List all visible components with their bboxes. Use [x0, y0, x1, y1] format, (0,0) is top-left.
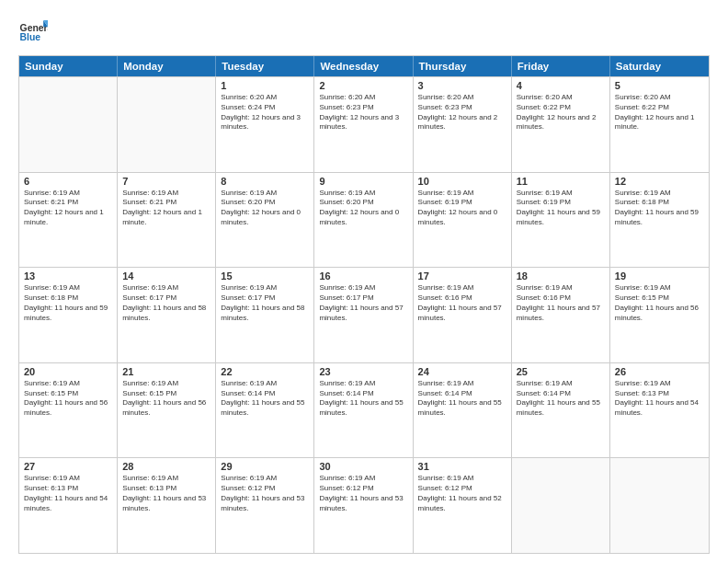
- day-cell-6: 6Sunrise: 6:19 AMSunset: 6:21 PMDaylight…: [19, 173, 118, 268]
- calendar-week-3: 13Sunrise: 6:19 AMSunset: 6:18 PMDayligh…: [19, 267, 709, 362]
- page-header: General Blue: [18, 17, 710, 46]
- cell-info: Sunrise: 6:19 AMSunset: 6:16 PMDaylight:…: [418, 283, 506, 323]
- day-number: 2: [319, 80, 407, 91]
- day-cell-27: 27Sunrise: 6:19 AMSunset: 6:13 PMDayligh…: [19, 458, 118, 553]
- header-day-friday: Friday: [512, 56, 610, 76]
- day-cell-16: 16Sunrise: 6:19 AMSunset: 6:17 PMDayligh…: [314, 268, 413, 362]
- cell-info: Sunrise: 6:19 AMSunset: 6:20 PMDaylight:…: [319, 189, 407, 228]
- day-number: 7: [122, 176, 210, 187]
- day-cell-17: 17Sunrise: 6:19 AMSunset: 6:16 PMDayligh…: [414, 268, 512, 362]
- header-day-saturday: Saturday: [610, 56, 709, 76]
- day-number: 17: [418, 270, 506, 282]
- day-cell-26: 26Sunrise: 6:19 AMSunset: 6:13 PMDayligh…: [610, 363, 709, 458]
- day-number: 25: [517, 366, 605, 377]
- cell-info: Sunrise: 6:19 AMSunset: 6:17 PMDaylight:…: [221, 283, 309, 323]
- cell-info: Sunrise: 6:19 AMSunset: 6:14 PMDaylight:…: [517, 379, 605, 419]
- day-cell-11: 11Sunrise: 6:19 AMSunset: 6:19 PMDayligh…: [512, 173, 610, 268]
- day-cell-12: 12Sunrise: 6:19 AMSunset: 6:18 PMDayligh…: [610, 173, 709, 268]
- day-cell-7: 7Sunrise: 6:19 AMSunset: 6:21 PMDaylight…: [118, 173, 216, 268]
- cell-info: Sunrise: 6:19 AMSunset: 6:13 PMDaylight:…: [122, 474, 210, 513]
- cell-info: Sunrise: 6:19 AMSunset: 6:17 PMDaylight:…: [122, 283, 210, 323]
- empty-cell: [610, 458, 709, 553]
- cell-info: Sunrise: 6:19 AMSunset: 6:12 PMDaylight:…: [319, 474, 407, 513]
- cell-info: Sunrise: 6:19 AMSunset: 6:20 PMDaylight:…: [221, 189, 309, 228]
- svg-text:Blue: Blue: [20, 32, 41, 42]
- day-cell-9: 9Sunrise: 6:19 AMSunset: 6:20 PMDaylight…: [314, 173, 413, 268]
- cell-info: Sunrise: 6:19 AMSunset: 6:15 PMDaylight:…: [615, 283, 704, 323]
- cell-info: Sunrise: 6:19 AMSunset: 6:14 PMDaylight:…: [221, 379, 309, 419]
- day-number: 1: [221, 80, 309, 91]
- day-number: 4: [517, 80, 605, 91]
- day-cell-14: 14Sunrise: 6:19 AMSunset: 6:17 PMDayligh…: [118, 268, 216, 362]
- day-cell-29: 29Sunrise: 6:19 AMSunset: 6:12 PMDayligh…: [216, 458, 314, 553]
- day-cell-22: 22Sunrise: 6:19 AMSunset: 6:14 PMDayligh…: [216, 363, 314, 458]
- day-number: 31: [418, 461, 506, 472]
- day-number: 22: [221, 366, 309, 377]
- day-number: 18: [517, 270, 605, 282]
- cell-info: Sunrise: 6:19 AMSunset: 6:16 PMDaylight:…: [517, 283, 605, 323]
- header-day-wednesday: Wednesday: [314, 56, 413, 76]
- day-cell-8: 8Sunrise: 6:19 AMSunset: 6:20 PMDaylight…: [216, 173, 314, 268]
- calendar: SundayMondayTuesdayWednesdayThursdayFrid…: [18, 55, 710, 554]
- day-cell-5: 5Sunrise: 6:20 AMSunset: 6:22 PMDaylight…: [610, 77, 709, 172]
- cell-info: Sunrise: 6:19 AMSunset: 6:19 PMDaylight:…: [517, 189, 605, 228]
- day-number: 30: [319, 461, 407, 472]
- cell-info: Sunrise: 6:19 AMSunset: 6:18 PMDaylight:…: [615, 189, 704, 228]
- day-cell-1: 1Sunrise: 6:20 AMSunset: 6:24 PMDaylight…: [216, 77, 314, 172]
- day-number: 5: [615, 80, 704, 91]
- day-cell-21: 21Sunrise: 6:19 AMSunset: 6:15 PMDayligh…: [118, 363, 216, 458]
- day-number: 11: [517, 176, 605, 187]
- day-number: 12: [615, 176, 704, 187]
- cell-info: Sunrise: 6:19 AMSunset: 6:18 PMDaylight:…: [24, 283, 112, 323]
- day-number: 15: [221, 270, 309, 282]
- logo-icon: General Blue: [18, 17, 48, 46]
- day-number: 26: [615, 366, 704, 377]
- empty-cell: [19, 77, 118, 172]
- header-day-monday: Monday: [118, 56, 216, 76]
- day-cell-31: 31Sunrise: 6:19 AMSunset: 6:12 PMDayligh…: [414, 458, 512, 553]
- day-cell-23: 23Sunrise: 6:19 AMSunset: 6:14 PMDayligh…: [314, 363, 413, 458]
- header-day-sunday: Sunday: [19, 56, 118, 76]
- cell-info: Sunrise: 6:19 AMSunset: 6:12 PMDaylight:…: [221, 474, 309, 513]
- day-number: 20: [24, 366, 112, 377]
- day-cell-30: 30Sunrise: 6:19 AMSunset: 6:12 PMDayligh…: [314, 458, 413, 553]
- cell-info: Sunrise: 6:20 AMSunset: 6:23 PMDaylight:…: [418, 93, 506, 132]
- header-day-thursday: Thursday: [414, 56, 512, 76]
- day-number: 24: [418, 366, 506, 377]
- day-number: 9: [319, 176, 407, 187]
- empty-cell: [118, 77, 216, 172]
- day-number: 13: [24, 270, 112, 282]
- calendar-body: 1Sunrise: 6:20 AMSunset: 6:24 PMDaylight…: [19, 76, 709, 553]
- calendar-week-4: 20Sunrise: 6:19 AMSunset: 6:15 PMDayligh…: [19, 362, 709, 458]
- cell-info: Sunrise: 6:19 AMSunset: 6:14 PMDaylight:…: [418, 379, 506, 419]
- header-day-tuesday: Tuesday: [216, 56, 314, 76]
- cell-info: Sunrise: 6:19 AMSunset: 6:14 PMDaylight:…: [319, 379, 407, 419]
- day-number: 3: [418, 80, 506, 91]
- cell-info: Sunrise: 6:19 AMSunset: 6:12 PMDaylight:…: [418, 474, 506, 513]
- cell-info: Sunrise: 6:19 AMSunset: 6:13 PMDaylight:…: [615, 379, 704, 419]
- logo: General Blue: [18, 17, 48, 46]
- cell-info: Sunrise: 6:20 AMSunset: 6:22 PMDaylight:…: [615, 93, 704, 132]
- day-number: 6: [24, 176, 112, 187]
- cell-info: Sunrise: 6:20 AMSunset: 6:23 PMDaylight:…: [319, 93, 407, 132]
- day-cell-15: 15Sunrise: 6:19 AMSunset: 6:17 PMDayligh…: [216, 268, 314, 362]
- day-cell-25: 25Sunrise: 6:19 AMSunset: 6:14 PMDayligh…: [512, 363, 610, 458]
- calendar-week-2: 6Sunrise: 6:19 AMSunset: 6:21 PMDaylight…: [19, 172, 709, 268]
- day-cell-24: 24Sunrise: 6:19 AMSunset: 6:14 PMDayligh…: [414, 363, 512, 458]
- day-number: 16: [319, 270, 407, 282]
- calendar-week-1: 1Sunrise: 6:20 AMSunset: 6:24 PMDaylight…: [19, 76, 709, 172]
- cell-info: Sunrise: 6:19 AMSunset: 6:19 PMDaylight:…: [418, 189, 506, 228]
- calendar-week-5: 27Sunrise: 6:19 AMSunset: 6:13 PMDayligh…: [19, 457, 709, 553]
- cell-info: Sunrise: 6:19 AMSunset: 6:17 PMDaylight:…: [319, 283, 407, 323]
- day-cell-13: 13Sunrise: 6:19 AMSunset: 6:18 PMDayligh…: [19, 268, 118, 362]
- day-number: 19: [615, 270, 704, 282]
- day-cell-4: 4Sunrise: 6:20 AMSunset: 6:22 PMDaylight…: [512, 77, 610, 172]
- day-cell-2: 2Sunrise: 6:20 AMSunset: 6:23 PMDaylight…: [314, 77, 413, 172]
- day-cell-20: 20Sunrise: 6:19 AMSunset: 6:15 PMDayligh…: [19, 363, 118, 458]
- day-cell-28: 28Sunrise: 6:19 AMSunset: 6:13 PMDayligh…: [118, 458, 216, 553]
- calendar-header: SundayMondayTuesdayWednesdayThursdayFrid…: [19, 56, 709, 76]
- cell-info: Sunrise: 6:19 AMSunset: 6:21 PMDaylight:…: [122, 189, 210, 228]
- empty-cell: [512, 458, 610, 553]
- day-number: 29: [221, 461, 309, 472]
- day-cell-19: 19Sunrise: 6:19 AMSunset: 6:15 PMDayligh…: [610, 268, 709, 362]
